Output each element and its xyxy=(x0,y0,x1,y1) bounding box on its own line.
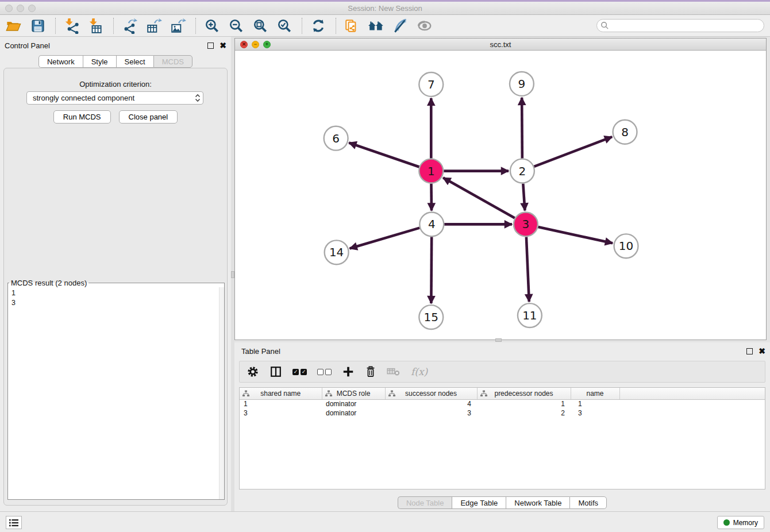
network-canvas[interactable]: 7968124314101511 xyxy=(235,51,766,340)
cell-mcds-role[interactable]: dominator xyxy=(322,408,385,418)
divider-handle[interactable] xyxy=(495,338,502,342)
float-panel-icon[interactable] xyxy=(746,348,753,354)
column-label: MCDS role xyxy=(337,390,371,398)
search-icon xyxy=(600,21,609,30)
cell-filler xyxy=(619,408,765,418)
criterion-select[interactable]: strongly connected component xyxy=(26,91,203,105)
graph-edge-1-6[interactable] xyxy=(349,142,419,167)
mcds-result-title: MCDS result (2 nodes) xyxy=(9,279,88,287)
trash-icon xyxy=(365,365,376,378)
memory-button[interactable]: Memory xyxy=(717,516,764,529)
memory-label: Memory xyxy=(733,519,758,527)
column-header-successor-nodes[interactable]: successor nodes xyxy=(385,388,477,399)
deselect-all-button[interactable] xyxy=(317,369,332,375)
column-header-filler xyxy=(619,388,765,399)
zoom-fit-button[interactable] xyxy=(251,17,270,35)
cell-mcds-role[interactable]: dominator xyxy=(322,399,385,408)
close-panel-icon[interactable]: ✖ xyxy=(220,43,226,49)
node-table: shared name MCDS role successor nodes xyxy=(239,387,765,489)
result-scrollbar[interactable] xyxy=(219,287,224,499)
graph-node-label-8: 8 xyxy=(621,125,629,139)
import-network-button[interactable] xyxy=(63,17,81,35)
export-table-button[interactable] xyxy=(145,17,163,35)
graph-edge-2-9[interactable] xyxy=(522,98,522,159)
cell-name[interactable]: 3 xyxy=(571,408,619,418)
export-network-button[interactable] xyxy=(121,17,139,35)
column-header-predecessor-nodes[interactable]: predecessor nodes xyxy=(477,388,571,399)
toolbar-separator xyxy=(195,18,196,34)
open-session-button[interactable] xyxy=(5,17,23,35)
tab-motifs[interactable]: Motifs xyxy=(569,496,607,509)
save-session-button[interactable] xyxy=(29,17,47,35)
tab-network[interactable]: Network xyxy=(38,55,83,68)
close-panel-icon[interactable]: ✖ xyxy=(759,348,765,354)
toolbar-separator xyxy=(336,18,336,34)
task-history-button[interactable] xyxy=(6,516,22,529)
function-builder-button[interactable]: f(x) xyxy=(411,366,428,377)
zoom-in-button[interactable] xyxy=(203,17,221,35)
cell-successor-nodes[interactable]: 4 xyxy=(385,399,477,408)
graph-edge-2-3[interactable] xyxy=(523,184,525,211)
add-column-button[interactable] xyxy=(342,365,355,378)
table-row[interactable]: 3 dominator 3 2 3 xyxy=(240,408,765,418)
apply-style-button[interactable] xyxy=(391,17,410,35)
tab-node-table[interactable]: Node Table xyxy=(398,496,452,509)
list-icon xyxy=(9,518,19,527)
mcds-buttons-row: Run MCDS Close panel xyxy=(4,110,227,124)
tab-edge-table[interactable]: Edge Table xyxy=(452,496,506,509)
cell-shared-name[interactable]: 3 xyxy=(240,408,322,418)
export-image-button[interactable] xyxy=(169,17,187,35)
select-all-button[interactable]: ✓ ✓ xyxy=(292,369,307,375)
cell-predecessor-nodes[interactable]: 1 xyxy=(477,399,571,408)
toolbar-separator xyxy=(113,18,114,34)
control-panel-header: Control Panel ✖ xyxy=(0,38,231,53)
show-columns-button[interactable] xyxy=(270,365,282,378)
network-graph[interactable]: 7968124314101511 xyxy=(235,51,766,340)
search-input[interactable] xyxy=(609,21,764,31)
delete-table-button[interactable] xyxy=(387,366,401,377)
graph-edge-3-1[interactable] xyxy=(443,178,515,218)
tab-mcds[interactable]: MCDS xyxy=(153,55,192,68)
mcds-result-text[interactable]: 1 3 xyxy=(8,287,224,499)
column-header-shared-name[interactable]: shared name xyxy=(240,388,322,399)
cell-name[interactable]: 1 xyxy=(571,399,619,408)
attribute-icon xyxy=(242,390,249,397)
column-header-mcds-role[interactable]: MCDS role xyxy=(322,388,385,399)
graph-edge-3-10[interactable] xyxy=(538,227,613,243)
graph-edge-2-8[interactable] xyxy=(534,137,612,167)
graph-edge-4-14[interactable] xyxy=(350,228,420,249)
tab-style[interactable]: Style xyxy=(83,55,116,68)
first-neighbors-button[interactable] xyxy=(367,17,386,35)
cell-shared-name[interactable]: 1 xyxy=(240,399,322,408)
graph-edge-4-15[interactable] xyxy=(431,237,432,303)
search-box[interactable] xyxy=(596,19,764,32)
optimization-criterion-label: Optimization criterion: xyxy=(4,80,227,88)
tab-network-table[interactable]: Network Table xyxy=(506,496,569,509)
network-window-titlebar[interactable]: ✕ − + scc.txt xyxy=(235,38,766,51)
show-hide-button[interactable] xyxy=(415,17,434,35)
cell-successor-nodes[interactable]: 3 xyxy=(385,408,477,418)
checked-box-icon: ✓ xyxy=(292,369,299,375)
network-window: ✕ − + scc.txt 7968124314101511 xyxy=(234,38,767,340)
control-panel-title: Control Panel xyxy=(5,41,207,50)
graph-edge-3-11[interactable] xyxy=(526,237,529,302)
refresh-button[interactable] xyxy=(309,17,328,35)
open-folder-icon xyxy=(6,18,22,34)
run-mcds-button[interactable]: Run MCDS xyxy=(53,110,111,124)
delete-column-button[interactable] xyxy=(365,365,376,378)
clone-network-button[interactable] xyxy=(343,17,361,35)
tab-select[interactable]: Select xyxy=(116,55,153,68)
checked-box-icon: ✓ xyxy=(301,369,307,375)
import-table-button[interactable] xyxy=(87,17,105,35)
table-row[interactable]: 1 dominator 4 1 1 xyxy=(240,399,765,408)
zoom-out-button[interactable] xyxy=(227,17,245,35)
cell-predecessor-nodes[interactable]: 2 xyxy=(477,408,571,418)
mcds-panel: Optimization criterion: strongly connect… xyxy=(3,68,228,506)
table-settings-button[interactable] xyxy=(247,365,259,378)
float-panel-icon[interactable] xyxy=(207,43,214,49)
close-panel-button[interactable]: Close panel xyxy=(119,110,178,124)
zoom-selected-button[interactable] xyxy=(275,17,294,35)
column-label: predecessor nodes xyxy=(494,390,553,398)
column-header-name[interactable]: name xyxy=(571,388,619,399)
fx-icon: f(x) xyxy=(411,366,428,377)
